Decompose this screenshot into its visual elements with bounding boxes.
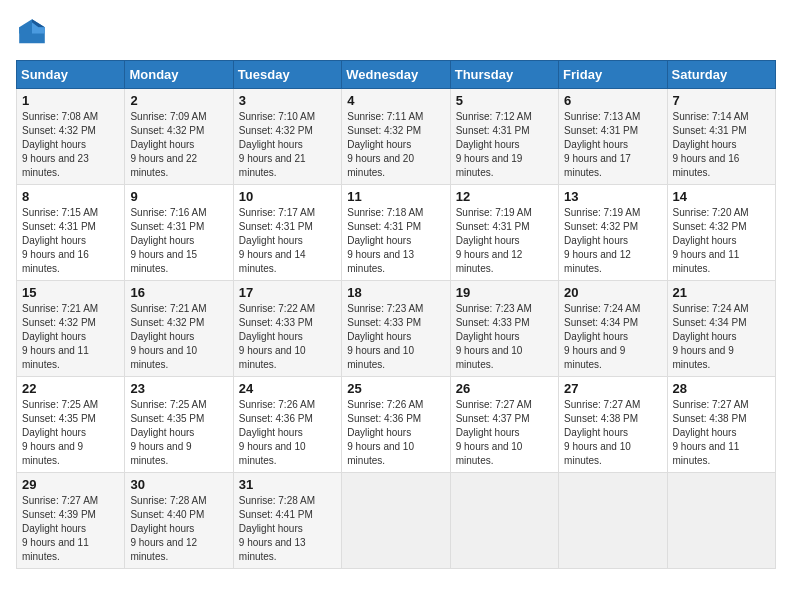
day-number: 11 — [347, 189, 444, 204]
day-info: Sunrise: 7:08 AMSunset: 4:32 PMDaylight … — [22, 110, 119, 180]
day-number: 24 — [239, 381, 336, 396]
calendar-cell: 30Sunrise: 7:28 AMSunset: 4:40 PMDayligh… — [125, 473, 233, 569]
calendar-cell: 20Sunrise: 7:24 AMSunset: 4:34 PMDayligh… — [559, 281, 667, 377]
calendar-cell: 23Sunrise: 7:25 AMSunset: 4:35 PMDayligh… — [125, 377, 233, 473]
day-info: Sunrise: 7:14 AMSunset: 4:31 PMDaylight … — [673, 110, 770, 180]
calendar-cell: 29Sunrise: 7:27 AMSunset: 4:39 PMDayligh… — [17, 473, 125, 569]
day-number: 14 — [673, 189, 770, 204]
day-number: 21 — [673, 285, 770, 300]
day-number: 29 — [22, 477, 119, 492]
calendar-cell: 3Sunrise: 7:10 AMSunset: 4:32 PMDaylight… — [233, 89, 341, 185]
day-info: Sunrise: 7:10 AMSunset: 4:32 PMDaylight … — [239, 110, 336, 180]
day-info: Sunrise: 7:16 AMSunset: 4:31 PMDaylight … — [130, 206, 227, 276]
day-number: 13 — [564, 189, 661, 204]
day-info: Sunrise: 7:26 AMSunset: 4:36 PMDaylight … — [347, 398, 444, 468]
calendar-cell: 1Sunrise: 7:08 AMSunset: 4:32 PMDaylight… — [17, 89, 125, 185]
calendar-week-2: 8Sunrise: 7:15 AMSunset: 4:31 PMDaylight… — [17, 185, 776, 281]
calendar-cell: 31Sunrise: 7:28 AMSunset: 4:41 PMDayligh… — [233, 473, 341, 569]
day-number: 22 — [22, 381, 119, 396]
logo-icon — [16, 16, 48, 48]
calendar-cell: 8Sunrise: 7:15 AMSunset: 4:31 PMDaylight… — [17, 185, 125, 281]
calendar-cell: 25Sunrise: 7:26 AMSunset: 4:36 PMDayligh… — [342, 377, 450, 473]
day-number: 18 — [347, 285, 444, 300]
calendar-cell: 6Sunrise: 7:13 AMSunset: 4:31 PMDaylight… — [559, 89, 667, 185]
weekday-header-thursday: Thursday — [450, 61, 558, 89]
weekday-header-tuesday: Tuesday — [233, 61, 341, 89]
day-info: Sunrise: 7:26 AMSunset: 4:36 PMDaylight … — [239, 398, 336, 468]
day-number: 6 — [564, 93, 661, 108]
calendar-cell: 27Sunrise: 7:27 AMSunset: 4:38 PMDayligh… — [559, 377, 667, 473]
calendar-cell: 18Sunrise: 7:23 AMSunset: 4:33 PMDayligh… — [342, 281, 450, 377]
day-number: 25 — [347, 381, 444, 396]
day-info: Sunrise: 7:21 AMSunset: 4:32 PMDaylight … — [130, 302, 227, 372]
day-number: 9 — [130, 189, 227, 204]
weekday-header-row: SundayMondayTuesdayWednesdayThursdayFrid… — [17, 61, 776, 89]
day-info: Sunrise: 7:24 AMSunset: 4:34 PMDaylight … — [564, 302, 661, 372]
day-number: 1 — [22, 93, 119, 108]
weekday-header-saturday: Saturday — [667, 61, 775, 89]
day-number: 31 — [239, 477, 336, 492]
day-info: Sunrise: 7:24 AMSunset: 4:34 PMDaylight … — [673, 302, 770, 372]
weekday-header-wednesday: Wednesday — [342, 61, 450, 89]
calendar-cell: 14Sunrise: 7:20 AMSunset: 4:32 PMDayligh… — [667, 185, 775, 281]
calendar-cell: 19Sunrise: 7:23 AMSunset: 4:33 PMDayligh… — [450, 281, 558, 377]
calendar-cell: 28Sunrise: 7:27 AMSunset: 4:38 PMDayligh… — [667, 377, 775, 473]
calendar-cell: 17Sunrise: 7:22 AMSunset: 4:33 PMDayligh… — [233, 281, 341, 377]
day-number: 19 — [456, 285, 553, 300]
day-number: 4 — [347, 93, 444, 108]
calendar-cell — [450, 473, 558, 569]
day-info: Sunrise: 7:19 AMSunset: 4:31 PMDaylight … — [456, 206, 553, 276]
day-info: Sunrise: 7:15 AMSunset: 4:31 PMDaylight … — [22, 206, 119, 276]
day-number: 17 — [239, 285, 336, 300]
day-number: 27 — [564, 381, 661, 396]
day-info: Sunrise: 7:27 AMSunset: 4:38 PMDaylight … — [673, 398, 770, 468]
day-info: Sunrise: 7:23 AMSunset: 4:33 PMDaylight … — [456, 302, 553, 372]
day-number: 10 — [239, 189, 336, 204]
calendar-cell: 12Sunrise: 7:19 AMSunset: 4:31 PMDayligh… — [450, 185, 558, 281]
calendar-cell: 26Sunrise: 7:27 AMSunset: 4:37 PMDayligh… — [450, 377, 558, 473]
calendar-cell: 11Sunrise: 7:18 AMSunset: 4:31 PMDayligh… — [342, 185, 450, 281]
day-number: 16 — [130, 285, 227, 300]
day-number: 2 — [130, 93, 227, 108]
calendar-cell: 5Sunrise: 7:12 AMSunset: 4:31 PMDaylight… — [450, 89, 558, 185]
day-number: 8 — [22, 189, 119, 204]
calendar-cell: 7Sunrise: 7:14 AMSunset: 4:31 PMDaylight… — [667, 89, 775, 185]
calendar-cell: 16Sunrise: 7:21 AMSunset: 4:32 PMDayligh… — [125, 281, 233, 377]
calendar-cell: 22Sunrise: 7:25 AMSunset: 4:35 PMDayligh… — [17, 377, 125, 473]
day-info: Sunrise: 7:21 AMSunset: 4:32 PMDaylight … — [22, 302, 119, 372]
calendar-cell: 24Sunrise: 7:26 AMSunset: 4:36 PMDayligh… — [233, 377, 341, 473]
day-info: Sunrise: 7:25 AMSunset: 4:35 PMDaylight … — [130, 398, 227, 468]
calendar-week-4: 22Sunrise: 7:25 AMSunset: 4:35 PMDayligh… — [17, 377, 776, 473]
calendar-cell: 15Sunrise: 7:21 AMSunset: 4:32 PMDayligh… — [17, 281, 125, 377]
day-info: Sunrise: 7:25 AMSunset: 4:35 PMDaylight … — [22, 398, 119, 468]
calendar-cell — [667, 473, 775, 569]
calendar-cell: 2Sunrise: 7:09 AMSunset: 4:32 PMDaylight… — [125, 89, 233, 185]
day-number: 7 — [673, 93, 770, 108]
page-header — [16, 16, 776, 48]
day-info: Sunrise: 7:09 AMSunset: 4:32 PMDaylight … — [130, 110, 227, 180]
day-number: 12 — [456, 189, 553, 204]
day-info: Sunrise: 7:23 AMSunset: 4:33 PMDaylight … — [347, 302, 444, 372]
day-info: Sunrise: 7:13 AMSunset: 4:31 PMDaylight … — [564, 110, 661, 180]
day-info: Sunrise: 7:28 AMSunset: 4:41 PMDaylight … — [239, 494, 336, 564]
calendar-week-5: 29Sunrise: 7:27 AMSunset: 4:39 PMDayligh… — [17, 473, 776, 569]
calendar-cell — [342, 473, 450, 569]
weekday-header-friday: Friday — [559, 61, 667, 89]
day-number: 28 — [673, 381, 770, 396]
day-number: 20 — [564, 285, 661, 300]
weekday-header-sunday: Sunday — [17, 61, 125, 89]
calendar-cell: 10Sunrise: 7:17 AMSunset: 4:31 PMDayligh… — [233, 185, 341, 281]
day-info: Sunrise: 7:22 AMSunset: 4:33 PMDaylight … — [239, 302, 336, 372]
calendar-table: SundayMondayTuesdayWednesdayThursdayFrid… — [16, 60, 776, 569]
calendar-header: SundayMondayTuesdayWednesdayThursdayFrid… — [17, 61, 776, 89]
calendar-cell: 4Sunrise: 7:11 AMSunset: 4:32 PMDaylight… — [342, 89, 450, 185]
logo — [16, 16, 52, 48]
calendar-body: 1Sunrise: 7:08 AMSunset: 4:32 PMDaylight… — [17, 89, 776, 569]
day-info: Sunrise: 7:11 AMSunset: 4:32 PMDaylight … — [347, 110, 444, 180]
day-number: 15 — [22, 285, 119, 300]
day-number: 3 — [239, 93, 336, 108]
day-info: Sunrise: 7:28 AMSunset: 4:40 PMDaylight … — [130, 494, 227, 564]
calendar-week-1: 1Sunrise: 7:08 AMSunset: 4:32 PMDaylight… — [17, 89, 776, 185]
day-number: 23 — [130, 381, 227, 396]
calendar-cell — [559, 473, 667, 569]
